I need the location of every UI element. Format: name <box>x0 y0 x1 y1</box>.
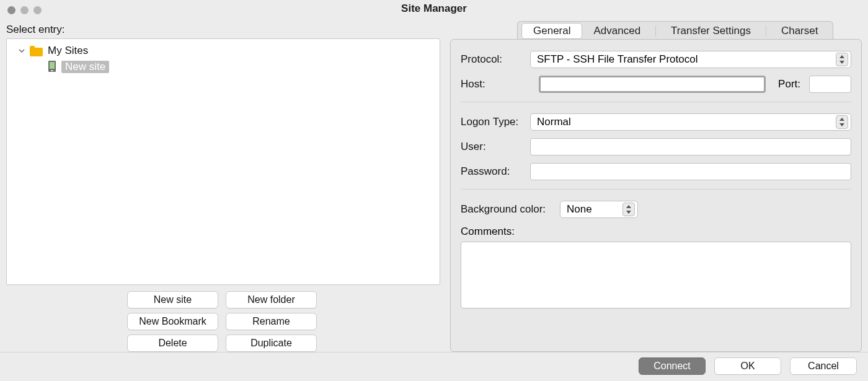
stepper-icon <box>836 115 848 129</box>
user-label: User: <box>461 141 530 153</box>
background-color-select[interactable]: None <box>560 201 638 218</box>
svg-rect-2 <box>51 70 53 71</box>
duplicate-button[interactable]: Duplicate <box>226 335 317 352</box>
logon-type-select[interactable]: Normal <box>530 113 851 131</box>
port-input[interactable] <box>809 76 851 93</box>
divider <box>461 102 851 102</box>
stepper-icon <box>622 203 635 216</box>
comments-textarea[interactable] <box>461 242 851 309</box>
entry-button-grid: New site New folder New Bookmark Rename … <box>127 291 440 352</box>
tree-label-selected[interactable]: New site <box>61 61 109 73</box>
window-title: Site Manager <box>0 2 868 15</box>
new-folder-button[interactable]: New folder <box>226 291 317 309</box>
divider <box>461 189 851 190</box>
entry-tree[interactable]: My Sites New site <box>6 38 440 285</box>
traffic-light-zoom[interactable] <box>33 6 42 14</box>
stepper-icon <box>836 53 848 66</box>
tab-charset[interactable]: Charset <box>770 24 830 38</box>
connect-button[interactable]: Connect <box>639 357 706 375</box>
select-entry-label: Select entry: <box>6 24 440 36</box>
delete-button[interactable]: Delete <box>127 335 218 352</box>
ok-button[interactable]: OK <box>714 357 781 375</box>
tab-advanced[interactable]: Advanced <box>582 24 652 38</box>
user-input[interactable] <box>530 138 851 155</box>
protocol-label: Protocol: <box>461 53 530 66</box>
background-color-label: Background color: <box>461 203 560 216</box>
tab-transfer-settings[interactable]: Transfer Settings <box>660 24 762 38</box>
tab-separator <box>766 25 766 37</box>
protocol-select[interactable]: SFTP - SSH File Transfer Protocol <box>530 51 851 68</box>
password-label: Password: <box>461 165 530 178</box>
host-label: Host: <box>461 78 530 90</box>
protocol-value: SFTP - SSH File Transfer Protocol <box>537 53 698 66</box>
port-label: Port: <box>778 78 800 90</box>
cancel-button[interactable]: Cancel <box>790 357 857 375</box>
tree-label-root: My Sites <box>48 45 88 57</box>
right-pane: General Advanced Transfer Settings Chars… <box>450 17 862 352</box>
titlebar: Site Manager <box>0 0 868 17</box>
logon-type-value: Normal <box>537 116 571 128</box>
tree-row-root[interactable]: My Sites <box>7 43 440 59</box>
folder-icon <box>29 45 43 56</box>
left-pane: Select entry: My Sites <box>6 17 440 352</box>
tab-bar: General Advanced Transfer Settings Chars… <box>517 21 833 40</box>
traffic-lights <box>7 6 42 14</box>
traffic-light-minimize[interactable] <box>20 6 29 14</box>
new-site-button[interactable]: New site <box>127 291 218 309</box>
server-icon <box>48 60 58 74</box>
tab-separator <box>655 25 656 37</box>
host-input[interactable] <box>539 76 766 93</box>
tree-row-new-site[interactable]: New site <box>7 59 440 75</box>
general-panel: Protocol: SFTP - SSH File Transfer Proto… <box>450 39 862 352</box>
comments-label: Comments: <box>461 226 851 238</box>
rename-button[interactable]: Rename <box>226 313 317 330</box>
svg-rect-1 <box>50 62 55 69</box>
traffic-light-close[interactable] <box>7 6 16 14</box>
chevron-down-icon[interactable] <box>18 47 25 55</box>
background-color-value: None <box>567 203 592 216</box>
password-input[interactable] <box>530 163 851 180</box>
new-bookmark-button[interactable]: New Bookmark <box>127 313 218 330</box>
tab-general[interactable]: General <box>521 23 582 39</box>
dialog-footer: Connect OK Cancel <box>0 352 868 375</box>
logon-type-label: Logon Type: <box>461 116 530 128</box>
